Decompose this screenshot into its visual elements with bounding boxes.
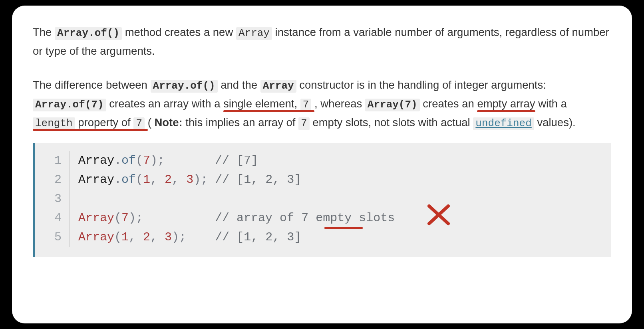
code-array-of: Array.of() xyxy=(151,80,218,93)
paragraph-2: The difference between Array.of() and th… xyxy=(33,76,611,133)
code-content: Array.of(7); // [7] xyxy=(70,151,258,170)
line-number: 2 xyxy=(35,170,70,189)
text: empty slots, not slots with actual xyxy=(312,116,473,129)
code-line: 1 Array.of(7); // [7] xyxy=(35,151,611,170)
line-number: 3 xyxy=(35,189,70,208)
line-number: 5 xyxy=(35,228,70,247)
annotation-underline: single element, 7 xyxy=(223,97,314,110)
text: The xyxy=(33,26,55,38)
text: values). xyxy=(537,116,575,129)
code-line: 2 Array.of(1, 2, 3); // [1, 2, 3] xyxy=(35,170,611,189)
document-card: The Array.of() method creates a new Arra… xyxy=(12,6,632,323)
text: property of xyxy=(75,116,134,129)
code-content: Array.of(1, 2, 3); // [1, 2, 3] xyxy=(70,170,301,189)
text: single element, xyxy=(223,97,300,110)
code-array-7: Array(7) xyxy=(365,99,420,111)
annotation-underline: length property of 7 xyxy=(33,116,148,129)
annotation-underline: empty array xyxy=(477,97,535,110)
code-array: Array xyxy=(260,80,296,93)
code-length: length xyxy=(33,117,75,130)
text: this implies an array of xyxy=(185,116,298,129)
code-7: 7 xyxy=(133,117,145,130)
code-array-of: Array.of() xyxy=(55,27,122,40)
code-7: 7 xyxy=(300,99,312,111)
line-number: 4 xyxy=(35,208,70,228)
paragraph-1: The Array.of() method creates a new Arra… xyxy=(33,23,611,61)
code-line: 3 xyxy=(35,189,611,208)
text: and the xyxy=(221,79,260,91)
text: constructor is in the handling of intege… xyxy=(299,79,546,91)
text: creates an array with a xyxy=(109,97,223,110)
text: The difference between xyxy=(33,79,151,91)
text: ( xyxy=(148,116,151,129)
annotation-underline xyxy=(324,227,363,229)
cross-icon xyxy=(427,203,451,227)
code-block: 1 Array.of(7); // [7] 2 Array.of(1, 2, 3… xyxy=(33,143,611,257)
text: with a xyxy=(538,97,567,110)
text: method creates a new xyxy=(125,26,236,38)
code-line: 4 Array(7); // array of 7 empty slots xyxy=(35,208,611,228)
code-7: 7 xyxy=(298,117,310,130)
text: , whereas xyxy=(314,97,365,110)
code-content: Array(1, 2, 3); // [1, 2, 3] xyxy=(70,228,301,247)
code-array: Array xyxy=(236,27,272,40)
note-label: Note: xyxy=(154,116,182,129)
code-content: Array(7); // array of 7 empty slots xyxy=(70,208,395,228)
code-line: 5 Array(1, 2, 3); // [1, 2, 3] xyxy=(35,228,611,247)
text: creates an xyxy=(423,97,477,110)
link-undefined[interactable]: undefined xyxy=(473,116,534,129)
code-content xyxy=(70,189,85,208)
code-undefined: undefined xyxy=(473,117,534,130)
code-array-of-7: Array.of(7) xyxy=(33,99,106,111)
line-number: 1 xyxy=(35,151,70,170)
